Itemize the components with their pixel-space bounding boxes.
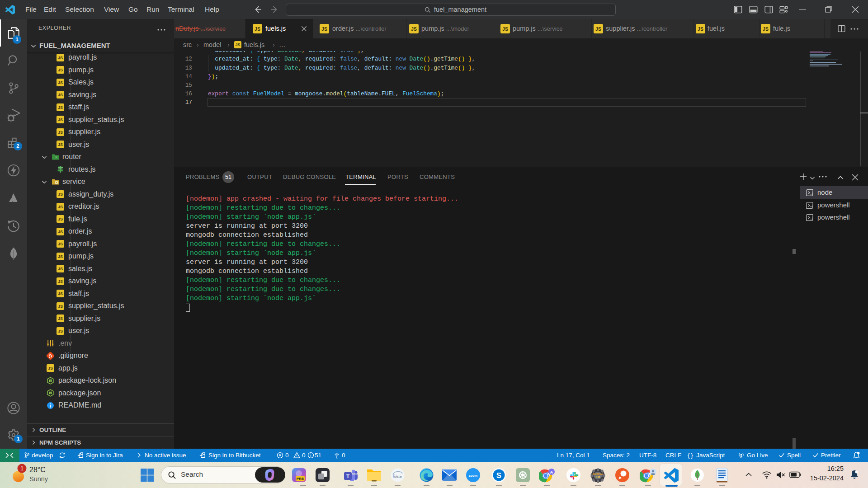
svg-text:zoom: zoom [469,474,478,478]
svg-text:IUE: IUE [595,476,600,479]
svg-text:PRE: PRE [297,477,304,481]
svg-text:T: T [346,474,349,479]
svg-text:1: 1 [20,465,24,472]
svg-text:hotstar: hotstar [393,475,403,478]
svg-text:DVDFab: DVDFab [593,473,604,475]
svg-text:S: S [496,471,501,480]
svg-text:A: A [550,469,553,474]
